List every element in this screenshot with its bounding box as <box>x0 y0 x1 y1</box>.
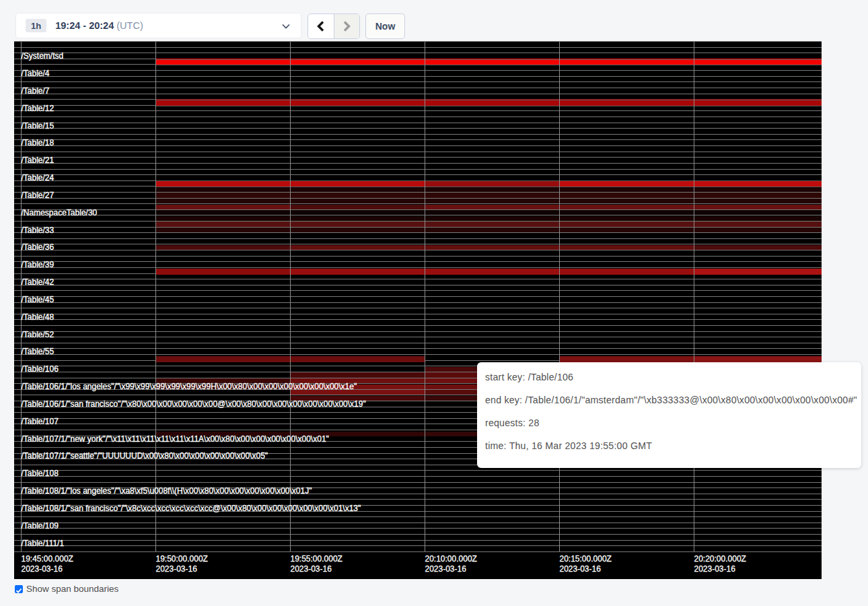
svg-text:20:15:00.000Z: 20:15:00.000Z <box>560 554 612 564</box>
svg-text:/Table/15: /Table/15 <box>22 121 55 131</box>
svg-text:19:50:00.000Z: 19:50:00.000Z <box>156 554 208 564</box>
svg-text:19:55:00.000Z: 19:55:00.000Z <box>291 554 342 564</box>
svg-text:2023-03-16: 2023-03-16 <box>291 564 332 574</box>
svg-text:/Table/18: /Table/18 <box>22 138 55 147</box>
svg-text:2023-03-16: 2023-03-16 <box>694 564 736 574</box>
svg-text:/Table/108: /Table/108 <box>22 469 59 478</box>
svg-text:/Table/107: /Table/107 <box>22 417 59 426</box>
svg-text:/Table/24: /Table/24 <box>22 173 55 182</box>
svg-text:/Table/55: /Table/55 <box>22 347 55 356</box>
svg-text:/NamespaceTable/30: /NamespaceTable/30 <box>22 208 98 217</box>
svg-text:/Table/108/1/"san francisco"/": /Table/108/1/"san francisco"/"\x8c\xcc\x… <box>22 504 361 513</box>
svg-text:/Table/52: /Table/52 <box>22 330 55 339</box>
svg-text:/Table/107/1/"new york"/"\x11\: /Table/107/1/"new york"/"\x11\x11\x11\x1… <box>22 434 329 444</box>
svg-text:/Table/42: /Table/42 <box>22 277 55 287</box>
svg-text:/Table/107/1/"seattle"/"UUUUUU: /Table/107/1/"seattle"/"UUUUUUD\x00\x80\… <box>22 451 268 461</box>
svg-text:2023-03-16: 2023-03-16 <box>560 564 602 574</box>
svg-text:/Table/106/1/"los angeles"/"\x: /Table/106/1/"los angeles"/"\x99\x99\x99… <box>22 382 357 391</box>
svg-text:20:10:00.000Z: 20:10:00.000Z <box>425 554 477 564</box>
svg-text:/Table/12: /Table/12 <box>22 104 55 113</box>
svg-text:/Table/48: /Table/48 <box>22 312 55 322</box>
svg-text:/Table/33: /Table/33 <box>22 226 55 235</box>
svg-text:/Table/27: /Table/27 <box>22 191 55 200</box>
svg-text:/Table/109: /Table/109 <box>22 521 59 531</box>
svg-text:/Table/7: /Table/7 <box>22 86 50 96</box>
svg-text:2023-03-16: 2023-03-16 <box>156 564 198 574</box>
svg-text:2023-03-16: 2023-03-16 <box>22 564 63 574</box>
svg-text:/Table/4: /Table/4 <box>22 69 50 78</box>
svg-text:2023-03-16: 2023-03-16 <box>425 564 467 574</box>
svg-text:/Table/106/1/"san francisco"/": /Table/106/1/"san francisco"/"\x80\x00\x… <box>22 399 366 409</box>
svg-text:/Table/108/1/"los angeles"/"\x: /Table/108/1/"los angeles"/"\xa8\xf5\u00… <box>22 486 312 496</box>
svg-text:19:45:00.000Z: 19:45:00.000Z <box>22 554 73 564</box>
svg-text:/System/tsd: /System/tsd <box>22 51 64 61</box>
svg-text:/Table/106: /Table/106 <box>22 364 59 374</box>
svg-text:/Table/111/1: /Table/111/1 <box>22 539 65 548</box>
svg-text:/Table/39: /Table/39 <box>22 260 55 269</box>
svg-text:20:20:00.000Z: 20:20:00.000Z <box>694 554 746 564</box>
svg-text:/Table/45: /Table/45 <box>22 295 55 304</box>
svg-text:/Table/21: /Table/21 <box>22 156 55 165</box>
svg-text:/Table/36: /Table/36 <box>22 242 55 252</box>
